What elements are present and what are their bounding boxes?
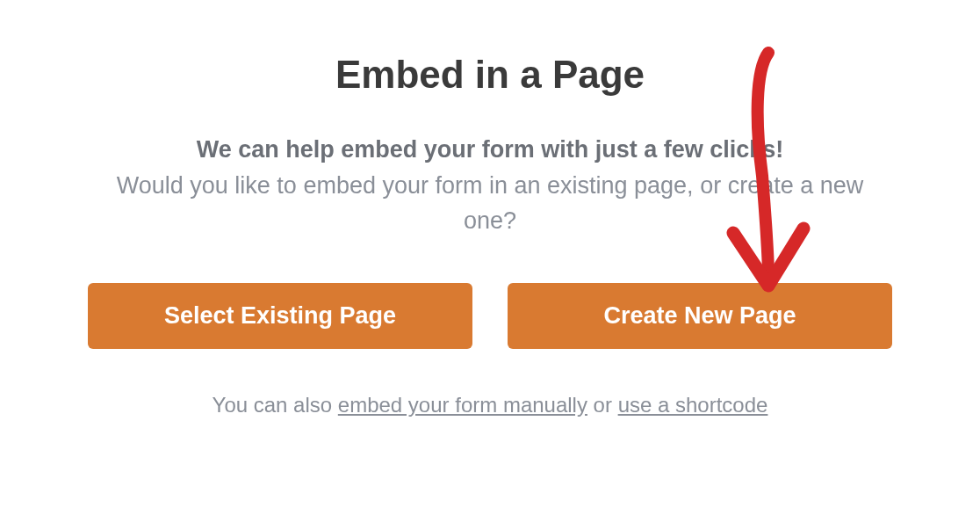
modal-subtitle-bold: We can help embed your form with just a … (88, 132, 892, 168)
footer-text: You can also embed your form manually or… (88, 393, 892, 417)
footer-middle: or (587, 393, 618, 417)
create-new-page-button[interactable]: Create New Page (508, 283, 892, 349)
modal-title: Embed in a Page (88, 53, 892, 97)
footer-prefix: You can also (213, 393, 338, 417)
embed-modal: Embed in a Page We can help embed your f… (0, 0, 980, 508)
button-row: Select Existing Page Create New Page (88, 283, 892, 349)
select-existing-page-button[interactable]: Select Existing Page (88, 283, 472, 349)
embed-manually-link[interactable]: embed your form manually (338, 393, 587, 417)
modal-subtitle-light: Would you like to embed your form in an … (88, 168, 892, 239)
use-shortcode-link[interactable]: use a shortcode (618, 393, 768, 417)
